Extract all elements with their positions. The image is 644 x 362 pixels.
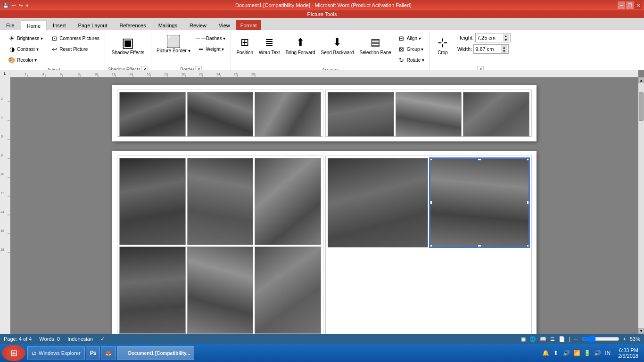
view-web-btn[interactable]: 🌐	[529, 336, 536, 342]
volume-icon[interactable]: 🔊	[594, 349, 601, 357]
height-down-btn[interactable]: ▼	[503, 38, 509, 41]
photo-10	[120, 247, 185, 333]
dashes-btn[interactable]: ─ ─ Dashes ▾	[195, 33, 228, 43]
taskbar-word-btn[interactable]: W Document1 [Compatibility...	[117, 346, 194, 360]
weight-btn[interactable]: ━ Weight ▾	[195, 44, 228, 54]
photo-cell-13[interactable]	[328, 158, 428, 247]
tab-review[interactable]: Review	[183, 20, 213, 30]
picture-border-btn[interactable]: ⬜ Picture Border ▾	[154, 33, 193, 55]
taskbar: ⊞ 🗂 Windows Explorer Ps 🦊 W Document1 [C…	[0, 344, 644, 362]
save-qa-btn[interactable]: 💾	[2, 3, 9, 8]
selection-pane-btn[interactable]: ▤ Selection Pane	[357, 33, 394, 57]
taskbar-firefox-btn[interactable]: 🦊	[101, 346, 116, 360]
photo-cell-8[interactable]	[187, 158, 254, 245]
zoom-out-btn[interactable]: ─	[574, 336, 578, 342]
bring-forward-btn[interactable]: ⬆ Bring Forward	[283, 33, 318, 57]
crop-icon: ⊹	[435, 35, 450, 50]
width-up-btn[interactable]: ▲	[501, 45, 507, 49]
view-normal-btn[interactable]: ▣	[521, 336, 526, 342]
tab-file[interactable]: File	[0, 20, 21, 30]
crop-btn[interactable]: ⊹ Crop	[433, 33, 453, 57]
rotate-btn[interactable]: ↻ Rotate ▾	[396, 55, 427, 65]
width-down-btn[interactable]: ▼	[501, 49, 507, 53]
svg-text:12: 12	[112, 73, 116, 76]
minimize-btn[interactable]: ─	[618, 1, 625, 9]
photo-13	[328, 158, 428, 247]
taskbar-photoshop-btn[interactable]: Ps	[86, 346, 100, 360]
handle-bl[interactable]	[429, 245, 432, 247]
right-empty-area	[328, 247, 529, 332]
send-backward-btn[interactable]: ⬇ Send Backward	[318, 33, 356, 57]
photo-cell-5[interactable]	[396, 92, 462, 137]
icon1[interactable]: ⬆	[552, 349, 560, 357]
vertical-ruler: 2 4 6 8 10 12 14 16 18	[0, 77, 10, 334]
compress-pictures-btn[interactable]: ⊡ Compress Pictures	[48, 33, 101, 43]
photo-cell-12[interactable]	[255, 247, 321, 334]
photo-cell-1[interactable]	[119, 92, 186, 137]
photo-cell-2[interactable]	[187, 92, 254, 137]
align-btn[interactable]: ⊟ Align ▾	[396, 33, 427, 43]
notification-icon[interactable]: 🔔	[542, 349, 549, 357]
handle-tc[interactable]	[478, 158, 481, 161]
contrast-btn[interactable]: ◑ Contrast ▾	[6, 44, 45, 54]
tab-page-layout[interactable]: Page Layout	[72, 20, 114, 30]
scroll-up-btn[interactable]: ▲	[638, 77, 644, 83]
tab-references[interactable]: References	[113, 20, 152, 30]
handle-ml[interactable]	[429, 201, 432, 205]
height-input[interactable]	[477, 35, 503, 41]
network-icon[interactable]: 📶	[573, 349, 580, 357]
photo-cell-11[interactable]	[187, 247, 254, 334]
zoom-in-btn[interactable]: +	[623, 336, 626, 342]
photo-cell-10[interactable]	[119, 247, 186, 334]
handle-br[interactable]	[527, 245, 529, 247]
photo-cell-9[interactable]	[255, 158, 321, 245]
ruler-corner-icon: L	[0, 70, 10, 77]
height-up-btn[interactable]: ▲	[503, 34, 509, 38]
photo-cell-6[interactable]	[463, 92, 529, 137]
taskbar-explorer-btn[interactable]: 🗂 Windows Explorer	[27, 346, 85, 360]
adjust-col2: ⊡ Compress Pictures ↩ Reset Picture	[48, 33, 101, 54]
border-buttons: ⬜ Picture Border ▾ ─ ─ Dashes ▾ ━ Weight…	[154, 33, 228, 65]
redo-qa-btn[interactable]: ↪	[18, 3, 24, 8]
dropdown-qa-btn[interactable]: ▾	[25, 3, 29, 8]
tab-view[interactable]: View	[213, 20, 236, 30]
shadow-effects-btn[interactable]: ▣ Shadow Effects	[109, 33, 147, 57]
photo-cell-14-selected[interactable]	[429, 158, 530, 247]
position-btn[interactable]: ⊞ Position	[234, 33, 256, 57]
restore-btn[interactable]: ❐	[626, 1, 634, 9]
zoom-separator: |	[569, 336, 570, 342]
handle-tr[interactable]	[527, 158, 529, 161]
handle-tl[interactable]	[429, 158, 432, 161]
reset-picture-btn[interactable]: ↩ Reset Picture	[48, 44, 101, 54]
view-read-btn[interactable]: 📖	[540, 336, 546, 342]
photo-cell-7[interactable]	[119, 158, 186, 245]
start-button[interactable]: ⊞	[2, 345, 25, 361]
width-input[interactable]	[475, 46, 501, 52]
handle-mr[interactable]	[527, 201, 529, 205]
icon2[interactable]: 🔊	[562, 349, 570, 357]
scroll-down-btn[interactable]: ▼	[638, 328, 644, 334]
scroll-thumb[interactable]	[639, 92, 644, 121]
system-clock[interactable]: 6:33 PM 2/6/2018	[614, 347, 642, 359]
photo-cell-3[interactable]	[255, 92, 321, 137]
view-draft-btn[interactable]: 📄	[559, 336, 565, 342]
photo-cell-4[interactable]	[328, 92, 394, 137]
svg-text:16: 16	[147, 73, 150, 76]
tab-mailings[interactable]: Mailings	[152, 20, 183, 30]
wrap-text-btn[interactable]: ≣ Wrap Text	[256, 33, 282, 57]
group-btn[interactable]: ⊠ Group ▾	[396, 44, 427, 54]
undo-qa-btn[interactable]: ↩	[11, 3, 17, 8]
close-btn[interactable]: ✕	[635, 1, 642, 9]
lang-icon[interactable]: IN	[604, 349, 611, 357]
handle-bc[interactable]	[478, 245, 481, 247]
recolor-btn[interactable]: 🎨 Recolor ▾	[6, 55, 45, 65]
height-row: Height: ▲ ▼	[457, 33, 511, 42]
tab-insert[interactable]: Insert	[47, 20, 72, 30]
view-outline-btn[interactable]: ☰	[550, 336, 555, 342]
brightness-icon: ☀	[8, 34, 16, 42]
tab-home[interactable]: Home	[21, 20, 47, 31]
tab-format[interactable]: Format	[236, 20, 261, 30]
battery-icon[interactable]: 🔋	[583, 349, 591, 357]
brightness-btn[interactable]: ☀ Brightness ▾	[6, 33, 45, 43]
zoom-slider[interactable]	[582, 336, 619, 342]
